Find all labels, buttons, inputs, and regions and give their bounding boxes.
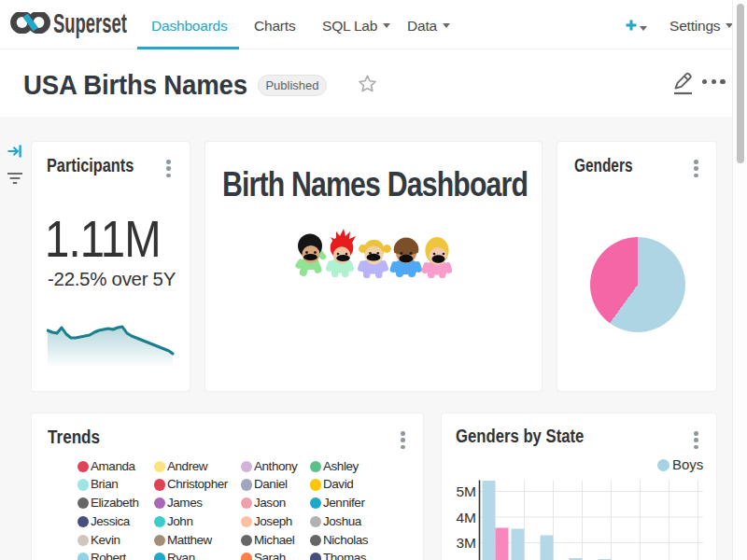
svg-text:4M: 4M xyxy=(456,510,476,525)
svg-text:3M: 3M xyxy=(456,535,476,551)
svg-text:5M: 5M xyxy=(456,483,476,499)
